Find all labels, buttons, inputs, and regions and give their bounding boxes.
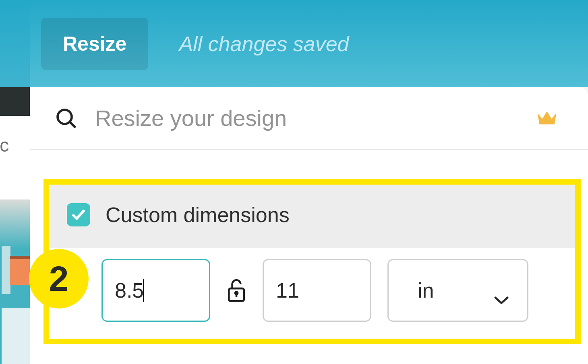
check-icon: [71, 207, 86, 222]
obscured-text: rc: [0, 134, 9, 156]
crown-icon: [536, 109, 558, 127]
obscured-header-strip: [0, 0, 30, 87]
width-input[interactable]: 8.5: [101, 259, 210, 322]
resize-dropdown-panel: 2 Custom dimensions 8.5: [30, 87, 588, 364]
lock-open-icon[interactable]: [226, 278, 246, 303]
text-cursor: [143, 279, 144, 302]
dimensions-input-row: 8.5 11: [49, 248, 575, 333]
search-icon: [55, 107, 77, 130]
obscured-white-strip: rc: [0, 116, 30, 199]
unit-value: in: [418, 278, 434, 302]
obscured-canvas-strip: [0, 199, 30, 364]
height-value: 11: [276, 278, 299, 302]
obscured-shape: [2, 308, 30, 364]
obscured-dark-strip: [0, 87, 30, 116]
svg-line-1: [70, 122, 76, 128]
svg-point-0: [58, 110, 72, 124]
chevron-down-icon: [493, 286, 509, 295]
width-value: 8.5: [115, 278, 144, 302]
svg-point-4: [235, 292, 238, 294]
annotation-highlight: 2 Custom dimensions 8.5: [43, 179, 581, 344]
obscured-shape: [2, 246, 10, 294]
height-input[interactable]: 11: [263, 259, 371, 322]
annotation-step-badge: 2: [29, 249, 89, 308]
custom-dimensions-row[interactable]: Custom dimensions: [49, 185, 575, 248]
top-toolbar: Resize All changes saved: [30, 0, 588, 87]
custom-dimensions-label: Custom dimensions: [106, 203, 290, 227]
resize-search-input[interactable]: [95, 105, 518, 131]
resize-button[interactable]: Resize: [41, 18, 148, 70]
unit-select[interactable]: in: [387, 259, 528, 322]
obscured-shape: [10, 256, 30, 285]
search-row: [30, 87, 588, 150]
custom-dimensions-checkbox[interactable]: [67, 203, 90, 226]
save-status-text: All changes saved: [179, 32, 349, 56]
sidebar-obscured: rc: [0, 0, 30, 364]
